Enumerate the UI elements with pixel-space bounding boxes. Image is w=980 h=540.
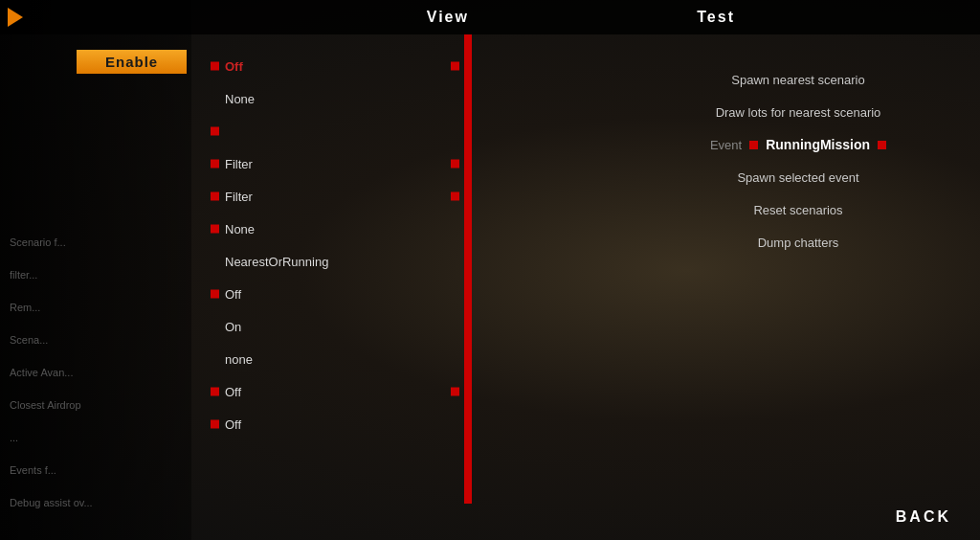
red-square-3 <box>211 127 219 136</box>
left-label-5: filter... <box>10 259 187 291</box>
left-label-1 <box>10 111 187 161</box>
value-row-1: Off <box>211 50 459 82</box>
value-on: On <box>225 320 241 334</box>
back-button[interactable]: BACK <box>896 508 951 526</box>
red-square-6 <box>211 225 219 234</box>
center-panel: Off None Filter Filter None <box>211 50 459 440</box>
left-label-2 <box>10 161 187 193</box>
value-nearest: NearestOrRunning <box>225 255 328 269</box>
top-bar: View Test <box>0 0 980 34</box>
main-content: Off None Filter Filter None <box>0 34 980 540</box>
value-row-7: NearestOrRunning <box>211 245 459 278</box>
red-square-1 <box>211 62 219 71</box>
left-label-8: Active Avan... <box>10 356 187 389</box>
value-row-10: none <box>211 343 459 375</box>
value-row-12: Off <box>211 408 459 440</box>
enable-button[interactable]: Enable <box>77 50 187 74</box>
left-label-6: Rem... <box>10 291 187 324</box>
cursor-icon <box>8 8 23 27</box>
left-label-3 <box>10 193 187 226</box>
red-square-r4 <box>451 160 459 169</box>
red-square-8 <box>211 290 219 299</box>
value-row-11: Off <box>211 375 459 408</box>
value-filter-2: Filter <box>225 190 253 204</box>
red-square-r11 <box>451 388 459 396</box>
value-off-2: Off <box>225 287 241 302</box>
red-square-r1 <box>451 62 459 71</box>
red-vertical-bar-bottom <box>464 475 472 504</box>
left-label-10: ... <box>10 421 187 454</box>
left-panel: Scenario f... filter... Rem... Scena... … <box>0 34 187 540</box>
red-square-5 <box>211 192 219 201</box>
red-square-12 <box>211 420 219 429</box>
red-square-4 <box>211 160 219 169</box>
left-label-7: Scena... <box>10 324 187 356</box>
red-vertical-bar <box>464 34 472 475</box>
value-row-2: None <box>211 82 459 115</box>
red-square-11 <box>211 388 219 396</box>
value-row-3 <box>211 115 459 147</box>
value-row-5: Filter <box>211 180 459 213</box>
red-square-r5 <box>451 192 459 201</box>
view-title: View <box>427 9 469 26</box>
value-off-4: Off <box>225 417 241 432</box>
test-title: Test <box>697 9 735 26</box>
value-off-3: Off <box>225 385 241 399</box>
left-label-4: Scenario f... <box>10 226 187 259</box>
value-row-4: Filter <box>211 147 459 180</box>
value-off-1: Off <box>225 59 243 74</box>
value-none-1: None <box>225 92 255 106</box>
value-none-2: None <box>225 222 255 236</box>
left-label-12: Debug assist ov... <box>10 486 187 519</box>
value-row-9: On <box>211 310 459 343</box>
value-filter-1: Filter <box>225 157 253 171</box>
left-label-11: Events f... <box>10 454 187 486</box>
value-none-lc: none <box>225 352 253 367</box>
value-row-6: None <box>211 213 459 245</box>
value-row-8: Off <box>211 278 459 310</box>
left-label-9: Closest Airdrop <box>10 389 187 421</box>
